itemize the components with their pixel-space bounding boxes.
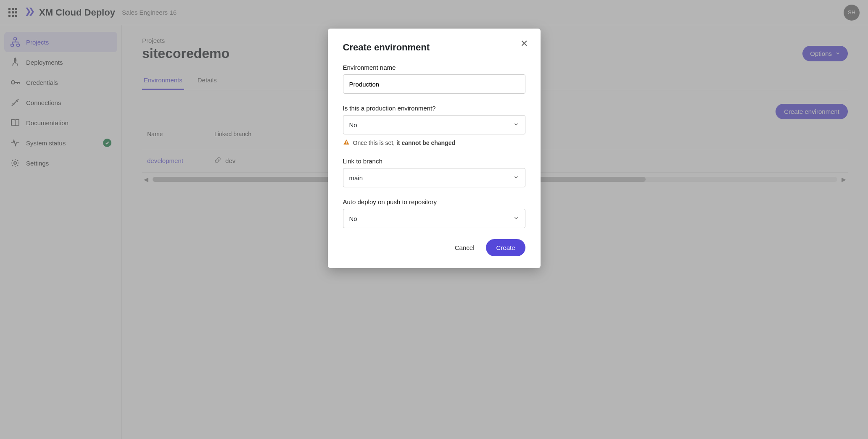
autodeploy-select[interactable]: No <box>343 209 525 228</box>
chevron-down-icon <box>513 121 519 129</box>
warning-prefix: Once this is set, <box>353 139 396 146</box>
branch-label: Link to branch <box>343 158 525 165</box>
warning-bold: it cannot be changed <box>396 139 455 146</box>
env-name-input[interactable] <box>343 74 525 94</box>
autodeploy-label: Auto deploy on push to repository <box>343 198 525 205</box>
production-question-label: Is this a production environment? <box>343 105 525 112</box>
autodeploy-select-value: No <box>349 215 357 222</box>
chevron-down-icon <box>513 215 519 222</box>
production-select[interactable]: No <box>343 115 525 134</box>
dialog-title: Create environment <box>343 42 525 53</box>
create-environment-dialog: Create environment ✕ Environment name Is… <box>328 29 541 268</box>
create-button[interactable]: Create <box>486 239 525 256</box>
svg-rect-7 <box>346 143 346 144</box>
env-name-label: Environment name <box>343 64 525 71</box>
branch-select[interactable]: main <box>343 168 525 187</box>
branch-select-value: main <box>349 174 363 181</box>
svg-rect-6 <box>346 141 346 143</box>
cancel-button[interactable]: Cancel <box>451 239 478 256</box>
close-icon: ✕ <box>520 38 528 49</box>
chevron-down-icon <box>513 174 519 181</box>
production-warning: Once this is set, it cannot be changed <box>343 139 525 147</box>
warning-icon <box>343 139 350 147</box>
production-select-value: No <box>349 121 357 129</box>
close-button[interactable]: ✕ <box>518 39 530 49</box>
